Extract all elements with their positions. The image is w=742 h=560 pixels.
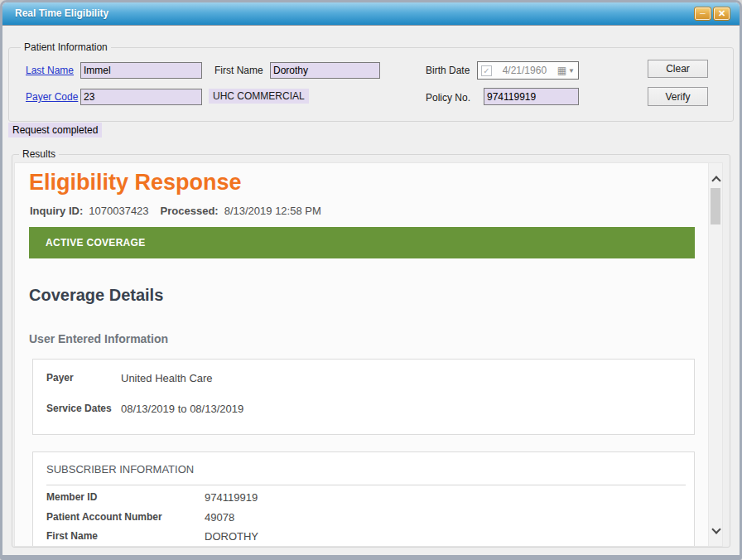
row-value: DOROTHY [205,530,258,543]
row-label: Member ID [46,491,205,504]
birth-date-picker[interactable]: ✓ 4/21/1960 ▦ ▼ [477,61,579,80]
payer-name-badge: UHC COMMERCIAL [209,89,309,104]
table-row: Member ID 974119919 [46,491,686,504]
checkmark-icon: ✓ [483,66,489,75]
row-value: 08/13/2019 to 08/13/2019 [121,403,243,415]
results-group: Results Eligibility Response Inquiry ID:… [12,154,730,548]
chevron-down-icon[interactable] [712,526,719,533]
row-value: 974119919 [205,491,258,504]
row-label: Service Dates [46,403,121,415]
table-row: Service Dates 08/13/2019 to 08/13/2019 [46,403,686,415]
subscriber-table: SUBSCRIBER INFORMATION Member ID 9741199… [32,451,695,547]
payer-code-input[interactable] [80,89,202,105]
chevron-up-icon[interactable] [712,175,719,181]
vertical-scrollbar[interactable] [708,163,722,546]
last-name-input[interactable] [80,62,202,79]
last-name-link[interactable]: Last Name [26,65,74,76]
coverage-details-heading: Coverage Details [29,286,163,305]
close-icon: ✕ [718,8,725,18]
row-value: 49078 [205,511,234,524]
row-label: Patient Account Number [46,511,205,524]
minimize-icon: ─ [700,9,705,17]
patient-information-group: Patient Information Last Name First Name… [8,47,734,122]
birth-date-checkbox[interactable]: ✓ [481,65,492,76]
table-row: First Name DOROTHY [46,530,686,543]
window-title: Real Time Eligibility [15,2,108,25]
policy-no-input[interactable] [484,88,579,105]
close-button[interactable]: ✕ [713,7,730,21]
policy-no-label: Policy No. [426,92,470,104]
birth-date-value: 4/21/1960 [492,65,557,76]
results-label: Results [19,148,59,160]
payer-code-link[interactable]: Payer Code [26,91,78,103]
row-label: Payer [46,372,121,384]
chevron-down-icon[interactable]: ▼ [568,67,575,75]
birth-date-label: Birth Date [426,65,470,76]
minimize-button[interactable]: ─ [694,7,711,21]
inquiry-line: Inquiry ID:1070037423Processed:8/13/2019… [30,205,321,217]
verify-button[interactable]: Verify [648,87,708,106]
row-label: First Name [46,530,205,543]
first-name-label: First Name [214,65,263,76]
inquiry-id-label: Inquiry ID: [30,205,83,217]
row-value: United Health Care [121,372,213,384]
user-entered-heading: User Entered Information [29,332,168,345]
status-badge: Request completed [8,123,102,138]
real-time-eligibility-window: Real Time Eligibility ─ ✕ Patient Inform… [0,0,742,560]
scrollbar-thumb[interactable] [711,188,720,224]
active-coverage-banner: ACTIVE COVERAGE [29,227,695,258]
table-row: Payer United Health Care [46,372,686,384]
calendar-icon: ▦ [557,65,566,75]
user-entered-table: Payer United Health Care Service Dates 0… [32,359,695,435]
inquiry-id-value: 1070037423 [89,205,148,217]
patient-information-label: Patient Information [21,41,111,53]
clear-button[interactable]: Clear [648,60,708,78]
table-row: Patient Account Number 49078 [46,511,686,524]
eligibility-response-panel: Eligibility Response Inquiry ID:10700374… [14,162,723,547]
processed-label: Processed: [161,205,219,217]
processed-value: 8/13/2019 12:58 PM [224,205,321,217]
subscriber-heading: SUBSCRIBER INFORMATION [46,463,686,485]
page-title: Eligibility Response [29,170,242,196]
first-name-input[interactable] [270,62,380,79]
titlebar[interactable]: Real Time Eligibility ─ ✕ [2,2,740,26]
